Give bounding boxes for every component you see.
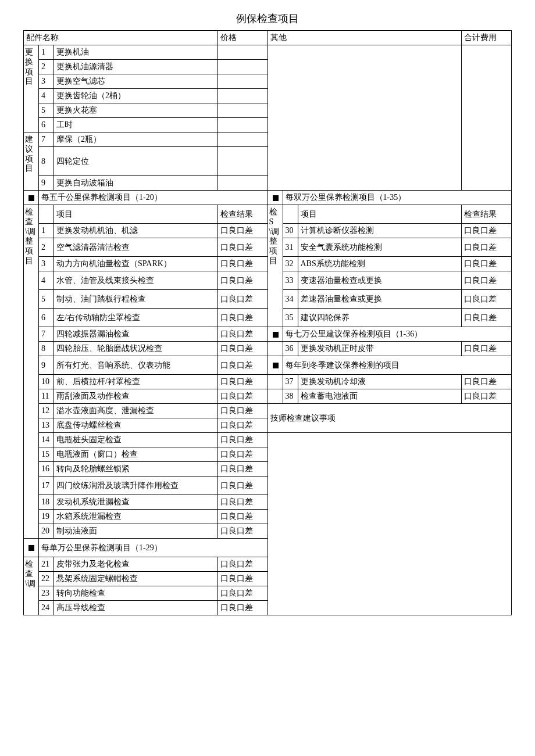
chk-r: 口良口差 — [217, 418, 268, 433]
square-icon — [273, 195, 279, 201]
chk-t: 制动油液面 — [54, 524, 218, 539]
rep-t: 更换机油 — [54, 45, 218, 60]
rep-price — [217, 89, 268, 103]
chk-t: 空气滤清器清洁检查 — [54, 238, 218, 257]
chk-t: 转向功能检查 — [54, 586, 218, 601]
chk-r: 口良口差 — [462, 238, 512, 257]
chk-t: 四轮胎压、轮胎磨战状况检查 — [54, 342, 218, 356]
blank — [268, 389, 283, 404]
sec-suggest: 建议项目 — [24, 132, 39, 191]
chk-r: 口良口差 — [462, 309, 512, 327]
chk-n: 17 — [39, 476, 54, 495]
blank — [268, 342, 283, 356]
chk-n: 15 — [39, 447, 54, 462]
chk-t: ABS系统功能检测 — [298, 257, 462, 271]
square-icon — [28, 545, 34, 551]
page-title: 例保检查项目 — [23, 12, 512, 26]
sug-t: 四轮定位 — [54, 147, 218, 176]
chk-r: 口良口差 — [217, 375, 268, 389]
chk-n: 4 — [39, 271, 54, 290]
rep-t: 更换齿轮油（2桶） — [54, 89, 218, 103]
rep-n: 1 — [39, 45, 54, 60]
chk-n: 8 — [39, 342, 54, 356]
chk-n: 2 — [39, 238, 54, 257]
sug-price — [217, 176, 268, 191]
chk-r: 口良口差 — [217, 447, 268, 462]
chk-t: 更换发动机正时皮带 — [298, 342, 462, 356]
square-icon — [28, 195, 34, 201]
sug-n: 9 — [39, 176, 54, 191]
rep-n: 3 — [39, 74, 54, 89]
hdr-part: 配件名称 — [24, 31, 218, 45]
chk-t: 制动、油门踏板行程检查 — [54, 290, 218, 309]
chk-t: 转向及轮胎螺丝锁紧 — [54, 462, 218, 476]
sec-check2: 检查\调 — [24, 557, 39, 615]
chk-n: 14 — [39, 433, 54, 447]
chk-r: 口良口差 — [217, 462, 268, 476]
hdr-other: 其他 — [268, 31, 462, 45]
chk-t: 四门绞练润滑及玻璃升降作用检查 — [54, 476, 218, 495]
hdr-item: 项目 — [54, 205, 218, 224]
chk-n: 6 — [39, 309, 54, 327]
chk-n: 5 — [39, 290, 54, 309]
chk-r: 口良口差 — [217, 327, 268, 342]
chk-n: 20 — [39, 524, 54, 539]
rep-t: 更换火花塞 — [54, 103, 218, 118]
chk-t: 悬架系统固定螺帽检查 — [54, 572, 218, 586]
chk-r: 口良口差 — [462, 389, 512, 404]
chk-r: 口良口差 — [217, 238, 268, 257]
chk-t: 水箱系统泄漏检查 — [54, 510, 218, 524]
chk-n: 36 — [283, 342, 298, 356]
rep-price — [217, 60, 268, 74]
chk-n: 7 — [39, 327, 54, 342]
chk-t: 雨刮液面及动作检查 — [54, 389, 218, 404]
chk-r: 口良口差 — [462, 224, 512, 238]
sug-n: 8 — [39, 147, 54, 176]
chk-n: 32 — [283, 257, 298, 271]
chk-r: 口良口差 — [217, 309, 268, 327]
sug-t: 摩保（2瓶） — [54, 132, 218, 147]
chk-r: 口良口差 — [462, 271, 512, 290]
chk-r: 口良口差 — [217, 524, 268, 539]
marker — [24, 539, 39, 557]
chk-r: 口良口差 — [217, 586, 268, 601]
band-winter: 每年到冬季建议保养检测的项目 — [283, 356, 512, 375]
chk-t: 更换发动机机油、机滤 — [54, 224, 218, 238]
chk-n: 19 — [39, 510, 54, 524]
chk-t: 左/右传动轴防尘罩检查 — [54, 309, 218, 327]
rep-price — [217, 118, 268, 132]
chk-n: 24 — [39, 601, 54, 615]
chk-n: 11 — [39, 389, 54, 404]
chk-t: 差速器油量检查或更换 — [298, 290, 462, 309]
chk-t: 变速器油量检查或更换 — [298, 271, 462, 290]
main-table: 配件名称 价格 其他 合计费用 更换项目 1 更换机油 2更换机油源清器 3更换… — [23, 30, 512, 615]
square-icon — [273, 332, 279, 338]
band-10k: 每单万公里保养检测项目（1-29） — [39, 539, 268, 557]
chk-t: 电瓶液面（窗口）检查 — [54, 447, 218, 462]
chk-t: 前、后横拉杆/衬罩检查 — [54, 375, 218, 389]
chk-t: 动力方向机油量检查（SPARK） — [54, 257, 218, 271]
hdr-total: 合计费用 — [462, 31, 512, 45]
chk-n: 12 — [39, 404, 54, 418]
chk-t: 所有灯光、音响系统、仪表功能 — [54, 356, 218, 375]
chk-t: 高压导线检查 — [54, 601, 218, 615]
sug-n: 7 — [39, 132, 54, 147]
sec-replace: 更换项目 — [24, 45, 39, 132]
chk-n: 1 — [39, 224, 54, 238]
marker — [268, 356, 283, 375]
chk-r: 口良口差 — [217, 389, 268, 404]
rep-price — [217, 74, 268, 89]
chk-t: 四轮减振器漏油检查 — [54, 327, 218, 342]
rep-n: 6 — [39, 118, 54, 132]
chk-n: 38 — [283, 389, 298, 404]
hdr-result: 检查结果 — [462, 205, 512, 224]
chk-r: 口良口差 — [217, 495, 268, 510]
chk-t: 皮带张力及老化检查 — [54, 557, 218, 572]
chk-t: 安全气囊系统功能检测 — [298, 238, 462, 257]
sug-price — [217, 147, 268, 176]
chk-r: 口良口差 — [217, 557, 268, 572]
chk-r: 口良口差 — [217, 290, 268, 309]
chk-n: 21 — [39, 557, 54, 572]
sug-price — [217, 132, 268, 147]
chk-t: 电瓶桩头固定检查 — [54, 433, 218, 447]
